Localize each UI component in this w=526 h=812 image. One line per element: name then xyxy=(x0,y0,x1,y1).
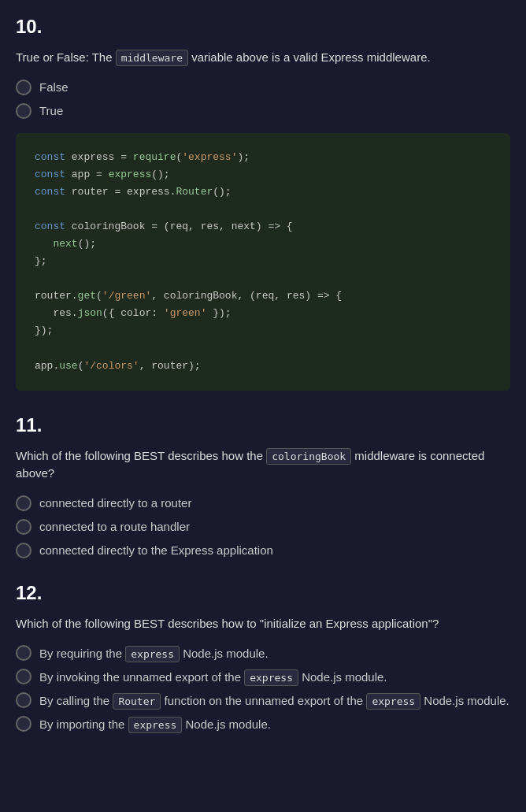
q11-text: Which of the following BEST describes ho… xyxy=(16,447,510,483)
code-line-7: router.get('/green', coloringBook, (req,… xyxy=(35,287,491,305)
q10-radio-true[interactable] xyxy=(16,103,31,119)
q12-label-2: By invoking the unnamed export of the ex… xyxy=(39,670,387,684)
q10-radio-false[interactable] xyxy=(16,80,31,95)
q12-option-2[interactable]: By invoking the unnamed export of the ex… xyxy=(16,669,510,684)
q12-code-3a: Router xyxy=(113,693,161,710)
q11-label-2: connected to a route handler xyxy=(39,520,190,533)
q12-radio-3[interactable] xyxy=(16,692,31,708)
q10-text: True or False: The middleware variable a… xyxy=(16,49,510,67)
q11-option-1[interactable]: connected directly to a router xyxy=(16,495,510,511)
q11-inline-code: coloringBook xyxy=(266,448,351,465)
code-line-1: const express = require('express'); xyxy=(35,149,491,166)
q12-label-3: By calling the Router function on the un… xyxy=(39,694,509,707)
q12-text: Which of the following BEST describes ho… xyxy=(16,615,510,633)
q12-number: 12. xyxy=(16,582,510,604)
code-line-blank1 xyxy=(35,201,491,218)
q12-radio-4[interactable] xyxy=(16,716,31,732)
code-line-10: app.use('/colors', router); xyxy=(35,358,491,375)
q10-post: variable above is a valid Express middle… xyxy=(188,50,431,64)
code-line-5: next(); xyxy=(35,235,491,253)
q11-option-2[interactable]: connected to a route handler xyxy=(16,519,510,535)
code-line-3: const router = express.Router(); xyxy=(35,184,491,201)
q12-option-4[interactable]: By importing the express Node.js module. xyxy=(16,716,510,732)
q11-option-3[interactable]: connected directly to the Express applic… xyxy=(16,543,510,558)
code-line-6: }; xyxy=(35,253,491,270)
q10-label-false: False xyxy=(39,80,69,94)
q12-option-1[interactable]: By requiring the express Node.js module. xyxy=(16,645,510,661)
code-line-8: res.json({ color: 'green' }); xyxy=(35,305,491,322)
q11-number: 11. xyxy=(16,414,510,436)
code-line-2: const app = express(); xyxy=(35,166,491,184)
q10-number: 10. xyxy=(16,16,510,38)
q10-code-block: const express = require('express'); cons… xyxy=(16,133,510,391)
q11-label-3: connected directly to the Express applic… xyxy=(39,543,273,557)
q10-label-true: True xyxy=(39,104,63,117)
question-10: 10. True or False: The middleware variab… xyxy=(16,16,510,391)
q11-radio-2[interactable] xyxy=(16,519,31,535)
q12-radio-1[interactable] xyxy=(16,645,31,661)
q10-inline-code: middleware xyxy=(116,50,188,66)
code-line-blank3 xyxy=(35,340,491,358)
code-line-blank2 xyxy=(35,270,491,287)
q11-radio-3[interactable] xyxy=(16,543,31,558)
q10-option-false[interactable]: False xyxy=(16,80,510,95)
q12-code-2: express xyxy=(244,669,298,686)
code-line-4: const coloringBook = (req, res, next) =>… xyxy=(35,218,491,235)
q12-option-3[interactable]: By calling the Router function on the un… xyxy=(16,692,510,708)
question-12: 12. Which of the following BEST describe… xyxy=(16,582,510,732)
q12-radio-2[interactable] xyxy=(16,669,31,684)
q10-pre: True or False: The xyxy=(16,50,116,64)
question-11: 11. Which of the following BEST describe… xyxy=(16,414,510,558)
q11-label-1: connected directly to a router xyxy=(39,496,191,510)
q11-radio-1[interactable] xyxy=(16,495,31,511)
q12-code-1: express xyxy=(125,646,180,662)
q10-option-true[interactable]: True xyxy=(16,103,510,119)
q11-pre: Which of the following BEST describes ho… xyxy=(16,449,266,462)
q12-label-4: By importing the express Node.js module. xyxy=(39,717,271,731)
q12-code-3b: express xyxy=(366,693,420,710)
code-line-9: }); xyxy=(35,322,491,339)
q12-label-1: By requiring the express Node.js module. xyxy=(39,647,269,660)
q12-code-4: express xyxy=(128,717,183,733)
